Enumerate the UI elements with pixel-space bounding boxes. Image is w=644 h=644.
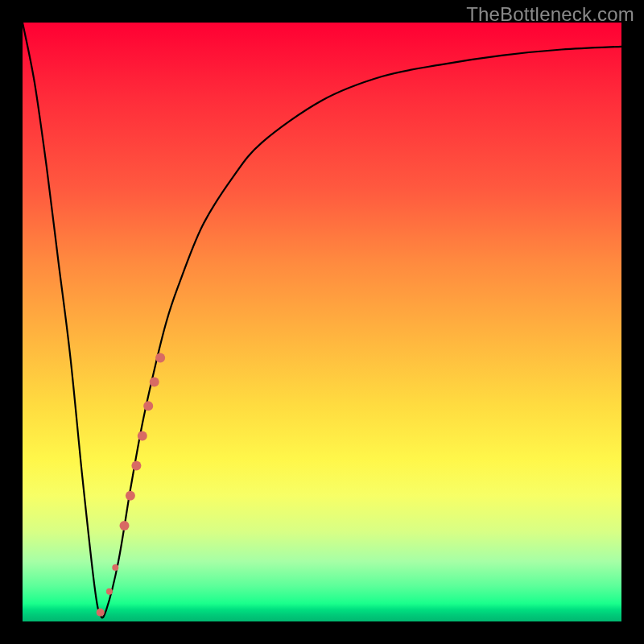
curve-line xyxy=(23,23,621,617)
watermark-text: TheBottleneck.com xyxy=(466,3,634,26)
highlight-dot xyxy=(143,401,153,411)
highlight-dot xyxy=(138,431,147,440)
highlight-dot xyxy=(150,377,159,386)
highlight-dot xyxy=(120,521,130,530)
highlight-dot xyxy=(126,491,135,501)
highlight-dot xyxy=(155,353,165,363)
highlight-dot xyxy=(112,564,118,571)
curve-layer xyxy=(23,23,621,621)
highlight-dot xyxy=(106,588,113,595)
bottleneck-curve xyxy=(23,23,621,617)
highlight-dot xyxy=(97,609,105,617)
chart-frame: TheBottleneck.com xyxy=(0,0,644,644)
highlight-dot xyxy=(131,461,141,471)
plot-area xyxy=(23,23,621,621)
